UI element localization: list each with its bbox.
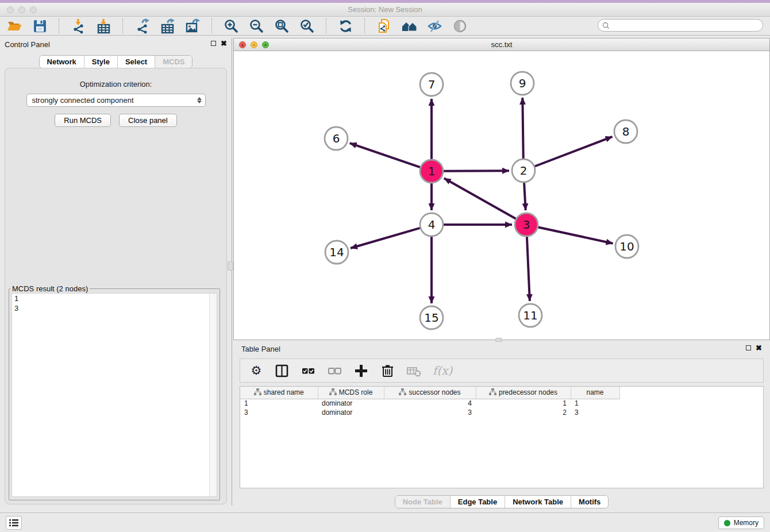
graph-node-15[interactable]: 15 [420,306,443,329]
search-box[interactable] [598,19,763,32]
edge-2-9[interactable] [522,98,523,159]
table-cell[interactable]: 3 [384,408,476,417]
zoom-selected-icon[interactable] [298,18,315,34]
table-row[interactable]: 1dominator411 [240,399,619,408]
close-panel-button[interactable]: Close panel [119,114,177,127]
close-window-button[interactable] [7,6,14,13]
hierarchy-icon [254,388,261,397]
edge-1-6[interactable] [350,143,420,167]
table-cell[interactable]: 4 [384,399,476,408]
memory-button[interactable]: Memory [718,516,764,529]
refresh-layout-icon[interactable] [337,18,354,34]
graph-node-10[interactable]: 10 [615,235,638,258]
float-panel-icon[interactable] [211,41,216,46]
column-header-shared-name[interactable]: shared name [240,387,318,399]
mcds-result-item: 3 [12,303,217,313]
column-header-MCDS-role[interactable]: MCDS role [318,387,384,399]
tab-network-table[interactable]: Network Table [505,496,571,508]
zoom-fit-icon[interactable] [273,18,290,34]
column-header-name[interactable]: name [571,387,619,399]
minimize-window-button[interactable] [18,6,25,13]
main-toolbar [0,17,770,36]
table-cell[interactable]: 1 [240,399,318,408]
edge-2-8[interactable] [535,137,613,167]
search-input[interactable] [612,20,763,30]
close-panel-icon[interactable]: ✖ [221,40,227,47]
table-cell[interactable]: 1 [571,399,619,408]
export-table-icon[interactable] [159,18,176,34]
edge-3-11[interactable] [527,237,530,301]
graph-node-11[interactable]: 11 [519,304,542,327]
graph-node-9[interactable]: 9 [511,72,534,95]
clone-network-icon[interactable] [375,18,392,34]
select-all-rows-icon[interactable] [301,363,316,379]
delete-column-icon[interactable] [380,363,395,379]
edge-3-1[interactable] [444,178,516,218]
table-cell[interactable]: dominator [318,399,384,408]
edge-1-2[interactable] [444,171,509,171]
graph-node-1[interactable]: 1 [420,160,443,183]
zoom-out-icon[interactable] [248,18,265,34]
column-header-successor-nodes[interactable]: successor nodes [384,387,476,399]
graph-node-14[interactable]: 14 [325,241,348,264]
graph-node-2[interactable]: 2 [512,159,535,182]
result-scrollbar[interactable] [209,294,217,496]
edge-3-10[interactable] [538,227,613,243]
export-network-icon[interactable] [133,18,151,34]
status-bar: Memory [0,512,770,532]
hierarchy-icon [489,388,496,397]
node-table-grid: shared nameMCDS rolesuccessor nodesprede… [240,387,620,417]
run-mcds-button[interactable]: Run MCDS [55,114,111,127]
hide-panels-icon[interactable] [426,18,443,34]
toolbar-separator [364,18,365,33]
export-image-icon[interactable] [184,18,201,34]
network-zoom-button[interactable]: + [262,41,269,48]
function-builder-icon: f(x) [433,363,452,379]
tab-mcds[interactable]: MCDS [155,56,192,68]
table-cell[interactable]: 3 [571,408,619,417]
graph-node-3[interactable]: 3 [515,213,538,236]
graph-node-4[interactable]: 4 [420,213,443,236]
tab-node-table[interactable]: Node Table [395,496,451,508]
graph-node-7[interactable]: 7 [420,73,443,96]
tab-select[interactable]: Select [118,56,155,68]
table-row[interactable]: 3dominator323 [240,408,619,417]
network-canvas[interactable]: 7968124314101511 [234,51,769,340]
open-session-icon[interactable] [6,18,23,34]
table-float-panel-icon[interactable] [746,345,751,350]
network-minimize-button[interactable]: − [251,41,257,48]
table-cell[interactable]: 1 [476,399,571,408]
criterion-dropdown[interactable]: strongly connected component [26,94,206,107]
tab-edge-table[interactable]: Edge Table [451,496,505,508]
panel-divider-grip[interactable] [228,261,233,271]
table-settings-gear-icon[interactable]: ⚙ [249,363,263,379]
network-close-button[interactable]: x [239,41,246,48]
task-list-icon [9,519,18,527]
tab-style[interactable]: Style [84,56,118,68]
zoom-window-button[interactable] [30,6,37,13]
table-cell[interactable]: 2 [476,408,571,417]
graph-node-6[interactable]: 6 [325,127,348,150]
show-columns-icon[interactable] [274,363,290,379]
task-history-button[interactable] [6,516,22,530]
deselect-all-rows-icon[interactable] [327,363,342,379]
zoom-in-icon[interactable] [222,18,240,34]
table-close-panel-icon[interactable]: ✖ [756,345,762,351]
horizontal-divider-grip[interactable] [495,338,502,342]
table-cell[interactable]: dominator [318,408,384,417]
tab-motifs[interactable]: Motifs [571,496,608,508]
node-label: 10 [619,240,634,253]
import-network-icon[interactable] [70,18,87,34]
tab-network[interactable]: Network [40,56,84,68]
table-cell[interactable]: 3 [240,408,318,417]
dropdown-stepper-icon [197,97,202,103]
edge-4-14[interactable] [351,228,420,248]
home-icon[interactable] [401,18,418,34]
mcds-result-item: 1 [12,294,217,303]
save-session-icon[interactable] [31,18,48,34]
edge-2-3[interactable] [524,183,526,210]
graph-node-8[interactable]: 8 [614,120,637,143]
column-header-predecessor-nodes[interactable]: predecessor nodes [476,387,571,399]
import-table-icon[interactable] [95,18,112,34]
add-column-icon[interactable] [353,363,369,379]
